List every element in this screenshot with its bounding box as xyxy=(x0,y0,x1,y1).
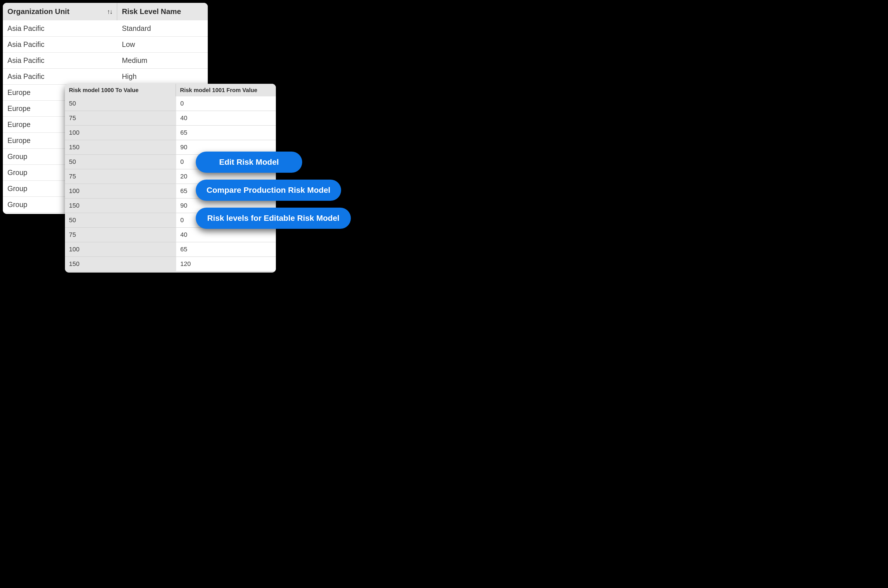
cell-text: 40 xyxy=(180,114,187,122)
to-value-cell[interactable]: 50 xyxy=(65,213,176,228)
org-unit-cell[interactable]: Asia Pacific xyxy=(3,69,117,85)
to-value-cell[interactable]: 75 xyxy=(65,228,176,242)
column-header-org-unit[interactable]: Organization Unit ↑↓ xyxy=(3,3,117,20)
cell-text: 150 xyxy=(69,144,80,151)
cell-text: Europe xyxy=(8,88,31,97)
cell-text: 100 xyxy=(69,188,80,195)
column-header-label: Risk Level Name xyxy=(122,7,181,16)
cell-text: Europe xyxy=(8,120,31,129)
button-label: Compare Production Risk Model xyxy=(207,186,331,195)
org-unit-cell[interactable]: Asia Pacific xyxy=(3,52,117,69)
column-header-to-value[interactable]: Risk model 1000 To Value xyxy=(65,84,176,96)
table-header-row: Risk model 1000 To Value Risk model 1001… xyxy=(65,84,276,96)
cell-text: 90 xyxy=(180,144,187,151)
cell-text: 65 xyxy=(180,246,187,253)
from-value-cell[interactable]: 40 xyxy=(176,111,276,126)
button-label: Edit Risk Model xyxy=(219,158,279,167)
cell-text: Asia Pacific xyxy=(8,72,44,81)
cell-text: 0 xyxy=(180,216,184,224)
cell-text: 75 xyxy=(69,231,76,238)
to-value-cell[interactable]: 75 xyxy=(65,169,176,184)
cell-text: Asia Pacific xyxy=(8,56,44,64)
to-value-cell[interactable]: 50 xyxy=(65,155,176,169)
cell-text: 150 xyxy=(69,202,80,209)
column-header-from-value[interactable]: Risk model 1001 From Value xyxy=(176,84,276,96)
table-header-row: Organization Unit ↑↓ Risk Level Name xyxy=(3,3,208,21)
from-value-cell[interactable]: 65 xyxy=(176,126,276,140)
column-header-label: Organization Unit xyxy=(8,7,69,16)
to-value-cell[interactable]: 100 xyxy=(65,126,176,140)
cell-text: 50 xyxy=(69,216,76,224)
from-value-cell[interactable]: 120 xyxy=(176,257,276,272)
column-header-label: Risk model 1001 From Value xyxy=(180,87,257,93)
from-value-cell[interactable]: 40 xyxy=(176,228,276,242)
to-value-cell[interactable]: 100 xyxy=(65,184,176,198)
compare-production-risk-model-button[interactable]: Compare Production Risk Model xyxy=(196,180,341,201)
from-value-cell[interactable]: 65 xyxy=(176,242,276,257)
cell-text: Asia Pacific xyxy=(8,24,44,33)
to-value-cell[interactable]: 100 xyxy=(65,242,176,257)
risk-model-compare-panel: Risk model 1000 To Value Risk model 1001… xyxy=(65,84,276,273)
cell-text: 75 xyxy=(69,173,76,180)
cell-text: Group xyxy=(8,201,27,209)
cell-text: Group xyxy=(8,184,27,193)
cell-text: 75 xyxy=(69,114,76,122)
cell-text: 65 xyxy=(180,188,187,195)
cell-text: 50 xyxy=(69,158,76,166)
cell-text: Standard xyxy=(122,24,151,33)
cell-text: 120 xyxy=(180,260,191,268)
cell-text: Low xyxy=(122,40,135,49)
from-value-cell[interactable]: 0 xyxy=(176,96,276,111)
to-value-cell[interactable]: 150 xyxy=(65,198,176,213)
org-unit-cell[interactable]: Asia Pacific xyxy=(3,21,117,37)
cell-text: 20 xyxy=(180,173,187,180)
column-header-label: Risk model 1000 To Value xyxy=(69,87,138,93)
cell-text: Europe xyxy=(8,104,31,112)
risk-levels-editable-button[interactable]: Risk levels for Editable Risk Model xyxy=(196,208,351,229)
cell-text: Group xyxy=(8,168,27,177)
edit-risk-model-button[interactable]: Edit Risk Model xyxy=(196,152,302,173)
cell-text: 0 xyxy=(180,158,184,166)
cell-text: Asia Pacific xyxy=(8,40,44,49)
cell-text: 40 xyxy=(180,231,187,238)
cell-text: High xyxy=(122,72,137,81)
button-label: Risk levels for Editable Risk Model xyxy=(207,214,340,223)
cell-text: 0 xyxy=(180,100,184,107)
cell-text: 100 xyxy=(69,246,80,253)
to-value-cell[interactable]: 150 xyxy=(65,140,176,155)
cell-text: 150 xyxy=(69,260,80,268)
cell-text: Europe xyxy=(8,136,31,145)
risk-level-cell[interactable]: High xyxy=(117,69,208,85)
risk-level-cell[interactable]: Standard xyxy=(117,21,208,37)
column-header-risk-level[interactable]: Risk Level Name xyxy=(117,3,208,20)
to-value-cell[interactable]: 75 xyxy=(65,111,176,126)
cell-text: Medium xyxy=(122,56,147,64)
org-unit-cell[interactable]: Asia Pacific xyxy=(3,37,117,52)
sort-ascending-icon[interactable]: ↑↓ xyxy=(107,8,112,15)
risk-level-cell[interactable]: Medium xyxy=(117,52,208,69)
to-value-cell[interactable]: 50 xyxy=(65,96,176,111)
cell-text: 50 xyxy=(69,100,76,107)
cell-text: 100 xyxy=(69,129,80,136)
cell-text: 65 xyxy=(180,129,187,136)
risk-level-cell[interactable]: Low xyxy=(117,37,208,52)
to-value-cell[interactable]: 150 xyxy=(65,257,176,272)
cell-text: 90 xyxy=(180,202,187,209)
cell-text: Group xyxy=(8,152,27,161)
